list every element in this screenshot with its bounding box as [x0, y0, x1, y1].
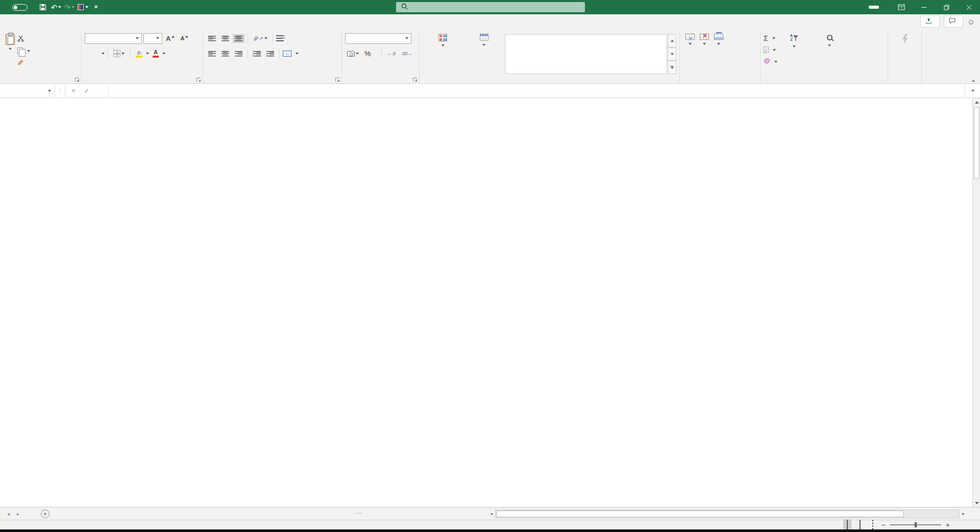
- clipboard-dialog-launcher-icon[interactable]: [75, 78, 79, 82]
- redo-icon[interactable]: ↷: [63, 2, 76, 13]
- cancel-icon[interactable]: ×: [67, 85, 80, 96]
- find-select-button[interactable]: [811, 32, 848, 74]
- add-sheet-icon[interactable]: +: [41, 510, 50, 518]
- search-icon: [401, 3, 408, 11]
- delete-cells-button[interactable]: [697, 32, 712, 74]
- align-middle-icon[interactable]: [219, 34, 231, 43]
- underline-button[interactable]: [96, 52, 100, 55]
- vertical-scrollbar[interactable]: [972, 98, 980, 507]
- accounting-format-icon[interactable]: [345, 50, 361, 58]
- horizontal-scrollbar-thumb[interactable]: [496, 511, 904, 517]
- number-dialog-launcher-icon[interactable]: [413, 78, 417, 82]
- decrease-font-icon[interactable]: A: [178, 34, 190, 43]
- align-left-icon[interactable]: [206, 50, 218, 58]
- zoom-in-icon[interactable]: +: [946, 521, 950, 528]
- share-icon: [925, 18, 932, 26]
- clear-button[interactable]: [764, 56, 777, 67]
- minimize-icon[interactable]: [913, 0, 935, 14]
- restore-icon[interactable]: [935, 0, 958, 14]
- page-break-view-icon[interactable]: [869, 519, 877, 530]
- ribbon-display-options-icon[interactable]: [890, 0, 913, 14]
- conditional-formatting-button[interactable]: [423, 32, 463, 74]
- close-icon[interactable]: [958, 0, 980, 14]
- insert-cells-button[interactable]: [683, 32, 697, 74]
- autosum-icon: Σ: [764, 34, 768, 42]
- share-button[interactable]: [920, 15, 940, 28]
- paste-icon: [6, 34, 15, 45]
- font-dialog-launcher-icon[interactable]: [197, 78, 201, 82]
- vertical-scrollbar-thumb[interactable]: [974, 107, 979, 179]
- zoom-slider[interactable]: [890, 524, 941, 525]
- undo-icon[interactable]: ↶: [50, 2, 62, 13]
- ideas-icon: [901, 34, 909, 46]
- name-box[interactable]: [0, 84, 55, 98]
- comments-button[interactable]: [944, 15, 963, 28]
- orientation-icon[interactable]: ab↗: [251, 34, 270, 42]
- sheet-tab-bar: ◂ ▸ + ⋯ ◂ ▸: [0, 507, 980, 520]
- zoom-slider-thumb[interactable]: [915, 522, 917, 527]
- increase-font-icon[interactable]: A: [164, 34, 177, 43]
- search-box[interactable]: [396, 2, 585, 12]
- fill-icon: ↓: [764, 46, 769, 53]
- ideas-button[interactable]: [891, 32, 918, 50]
- formula-input[interactable]: [109, 84, 965, 98]
- enter-icon[interactable]: ✓: [81, 85, 93, 96]
- sheet-nav-prev-icon[interactable]: ◂: [7, 511, 10, 517]
- comma-style-icon[interactable]: [374, 52, 378, 55]
- font-color-icon[interactable]: A: [151, 48, 161, 59]
- styles-more-icon[interactable]: [668, 61, 676, 74]
- sheet-nav-next-icon[interactable]: ▸: [17, 511, 19, 517]
- cut-button[interactable]: [17, 34, 30, 44]
- format-as-table-button[interactable]: [463, 32, 505, 74]
- alignment-dialog-launcher-icon[interactable]: [335, 78, 339, 82]
- autosave-toggle[interactable]: [12, 4, 28, 11]
- formula-bar-grip: ⋮: [55, 84, 65, 98]
- horizontal-scrollbar[interactable]: ◂ ▸: [487, 509, 967, 518]
- format-cells-button[interactable]: [712, 32, 726, 74]
- decrease-decimal-icon[interactable]: .00→: [399, 50, 414, 58]
- zoom-out-icon[interactable]: −: [881, 521, 886, 528]
- sort-filter-icon: AZ: [790, 34, 798, 42]
- insert-function-icon[interactable]: [94, 85, 106, 96]
- save-icon[interactable]: [37, 2, 49, 13]
- theme-colors-icon[interactable]: [77, 2, 89, 13]
- format-cells-icon: [714, 34, 723, 40]
- align-top-icon[interactable]: [206, 34, 218, 43]
- paste-button[interactable]: [3, 32, 17, 68]
- styles-scroll-down-icon[interactable]: [668, 47, 676, 61]
- fill-button[interactable]: ↓: [764, 44, 777, 55]
- hscroll-right-icon[interactable]: ▸: [960, 510, 967, 518]
- collapse-ribbon-icon[interactable]: [972, 71, 975, 80]
- insert-cells-icon: [685, 34, 695, 40]
- format-painter-button[interactable]: [17, 57, 30, 68]
- customize-qat-icon[interactable]: [90, 2, 102, 13]
- page-layout-view-icon[interactable]: [856, 519, 864, 530]
- expand-formula-bar-icon[interactable]: [965, 84, 980, 98]
- italic-button[interactable]: [90, 52, 94, 55]
- wrap-text-button[interactable]: ↩: [276, 33, 286, 44]
- fill-color-icon[interactable]: [133, 49, 144, 59]
- bold-button[interactable]: [85, 52, 89, 55]
- decrease-indent-icon[interactable]: ←: [251, 50, 263, 58]
- sheet-tab-overflow-icon[interactable]: ⋯: [356, 510, 362, 520]
- increase-decimal-icon[interactable]: ←.0: [385, 50, 398, 58]
- copy-button[interactable]: [17, 45, 30, 56]
- autosum-button[interactable]: Σ: [764, 33, 777, 43]
- styles-scroll-up-icon[interactable]: [668, 34, 676, 47]
- font-size-select[interactable]: [143, 33, 162, 44]
- percent-style-icon[interactable]: %: [362, 48, 373, 59]
- increase-indent-icon[interactable]: →: [264, 50, 276, 58]
- wrap-text-icon: ↩: [276, 35, 284, 41]
- align-bottom-icon[interactable]: [233, 34, 244, 43]
- feedback-smiley-icon[interactable]: ☺: [967, 17, 975, 26]
- font-family-select[interactable]: [85, 33, 142, 44]
- normal-view-icon[interactable]: [843, 519, 851, 530]
- number-format-select[interactable]: [345, 33, 411, 44]
- hscroll-left-icon[interactable]: ◂: [487, 510, 495, 518]
- sign-in-button[interactable]: [869, 6, 879, 9]
- align-center-icon[interactable]: [219, 50, 231, 58]
- sort-filter-button[interactable]: AZ: [777, 32, 811, 74]
- align-right-icon[interactable]: [233, 50, 244, 58]
- merge-center-button[interactable]: ↔: [283, 49, 299, 59]
- borders-icon[interactable]: [111, 49, 127, 59]
